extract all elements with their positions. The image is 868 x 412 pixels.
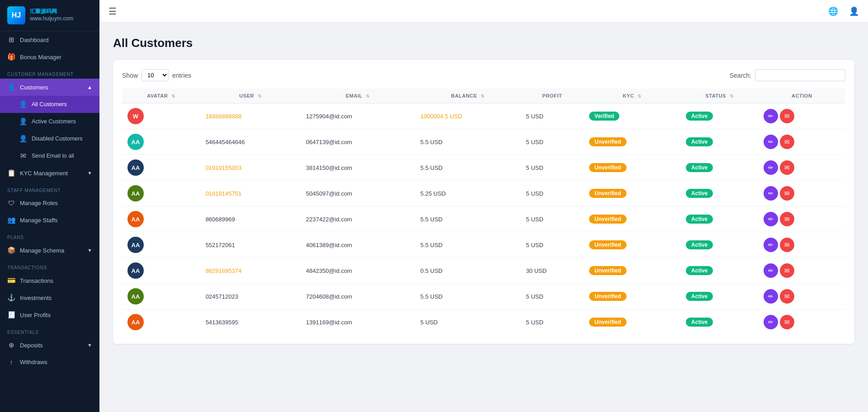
sort-icon[interactable]: ⇅	[637, 94, 642, 98]
status-badge: Active	[686, 240, 713, 249]
edit-button[interactable]: ✏	[764, 186, 778, 201]
cell-action: ✏✉	[758, 129, 845, 155]
edit-button[interactable]: ✏	[764, 263, 778, 278]
edit-button[interactable]: ✏	[764, 289, 778, 304]
cell-action: ✏✉	[758, 206, 845, 232]
search-label: Search:	[730, 72, 751, 79]
sidebar-subitem-send-email[interactable]: ✉ Send Email to all	[0, 147, 99, 164]
bonus-icon: 🎁	[7, 53, 15, 61]
cell-email: 4842350@id.com	[301, 258, 415, 284]
cell-avatar: AA	[122, 232, 200, 258]
sort-icon[interactable]: ⇅	[481, 94, 485, 98]
cell-action: ✏✉	[758, 309, 845, 335]
cell-email: 4061389@id.com	[301, 232, 415, 258]
sidebar-item-manage-staffs[interactable]: 👥 Manage Staffs	[0, 211, 99, 229]
table-row: AA018181457515045097@id.com5.25 USD5 USD…	[122, 181, 845, 206]
email-button[interactable]: ✉	[780, 263, 794, 278]
cell-balance: 5.5 USD	[415, 129, 521, 155]
status-badge: Active	[686, 318, 713, 327]
sidebar-item-withdraws[interactable]: ↑ Withdraws	[0, 354, 99, 370]
sidebar-item-investments[interactable]: ⚓ Investments	[0, 289, 99, 306]
cell-status: Active	[680, 258, 758, 284]
kyc-badge: Unverified	[589, 240, 627, 249]
col-kyc: KYC ⇅	[584, 89, 680, 103]
cell-user: 5413639595	[200, 309, 301, 335]
sidebar-item-transactions[interactable]: 💳 Transactions	[0, 272, 99, 289]
email-button[interactable]: ✉	[780, 289, 794, 304]
edit-button[interactable]: ✏	[764, 135, 778, 149]
cell-profit: 5 USD	[521, 284, 584, 309]
sidebar-item-label: Send Email to all	[32, 153, 74, 159]
table-row: AA019191550033814150@id.com5.5 USD5 USDU…	[122, 155, 845, 181]
cell-balance: 5.5 USD	[415, 284, 521, 309]
table-body: W188888888881275904@id.com1000004.5 USD5…	[122, 103, 845, 335]
user-link[interactable]: 01919155003	[206, 164, 242, 171]
cell-profit: 5 USD	[521, 103, 584, 129]
manage-staffs-icon: 👥	[7, 216, 15, 224]
cell-email: 7204608@id.com	[301, 284, 415, 309]
cell-profit: 5 USD	[521, 155, 584, 181]
table-header: AVATAR ⇅ USER ⇅ EMAIL ⇅ BALANCE ⇅ PROFIT…	[122, 89, 845, 103]
cell-kyc: Unverified	[584, 155, 680, 181]
sidebar-item-bonus-manager[interactable]: 🎁 Bonus Manager	[0, 48, 99, 66]
sort-icon[interactable]: ⇅	[171, 94, 175, 98]
col-email: EMAIL ⇅	[301, 89, 415, 103]
email-button[interactable]: ✉	[780, 186, 794, 201]
user-link[interactable]: 88291895374	[206, 267, 242, 274]
sidebar-subitem-disabled-customers[interactable]: 👤 Disabled Customers	[0, 130, 99, 147]
avatar: AA	[127, 237, 144, 253]
cell-profit: 5 USD	[521, 309, 584, 335]
cell-avatar: AA	[122, 129, 200, 155]
email-button[interactable]: ✉	[780, 212, 794, 226]
edit-button[interactable]: ✏	[764, 212, 778, 226]
sidebar-subitem-active-customers[interactable]: 👤 Active Customers	[0, 113, 99, 130]
sort-icon[interactable]: ⇅	[730, 94, 734, 98]
email-button[interactable]: ✉	[780, 238, 794, 252]
cell-status: Active	[680, 284, 758, 309]
sidebar-item-user-profits[interactable]: 🧾 User Profits	[0, 306, 99, 323]
email-button[interactable]: ✉	[780, 160, 794, 175]
sidebar-item-kyc-management[interactable]: 📋 KYC Management ▼	[0, 164, 99, 182]
cell-kyc: Unverified	[584, 258, 680, 284]
sidebar-item-deposits[interactable]: ⊕ Deposits ▼	[0, 337, 99, 354]
globe-icon[interactable]: 🌐	[828, 6, 838, 16]
cell-status: Active	[680, 309, 758, 335]
edit-button[interactable]: ✏	[764, 315, 778, 329]
user-account-icon[interactable]: 👤	[849, 6, 859, 16]
avatar: AA	[127, 134, 144, 150]
user-link[interactable]: 01818145751	[206, 190, 242, 197]
search-input[interactable]	[755, 69, 845, 81]
balance-link[interactable]: 1000004.5 USD	[420, 113, 462, 120]
page-content: All Customers Show 10 25 50 100 entries …	[99, 23, 868, 412]
disabled-customers-icon: 👤	[19, 135, 27, 143]
sidebar: HJ 汇聚源码网 www.huijuym.com ⊞ Dashboard 🎁 B…	[0, 0, 99, 412]
kyc-badge: Unverified	[589, 266, 627, 275]
col-profit: PROFIT	[521, 89, 584, 103]
edit-button[interactable]: ✏	[764, 160, 778, 175]
sidebar-item-manage-roles[interactable]: 🛡 Manage Roles	[0, 195, 99, 211]
page-title: All Customers	[113, 36, 854, 50]
hamburger-menu[interactable]: ☰	[108, 6, 117, 17]
cell-user: 18888888888	[200, 103, 301, 129]
email-button[interactable]: ✉	[780, 315, 794, 329]
sidebar-item-manage-schema[interactable]: 📦 Manage Schema ▼	[0, 242, 99, 259]
cell-balance: 5.5 USD	[415, 232, 521, 258]
sort-icon[interactable]: ⇅	[258, 94, 262, 98]
sidebar-subitem-all-customers[interactable]: 👤 All Customers	[0, 96, 99, 113]
user-link[interactable]: 18888888888	[206, 113, 242, 120]
withdraws-icon: ↑	[7, 358, 15, 366]
sidebar-item-dashboard[interactable]: ⊞ Dashboard	[0, 31, 99, 48]
sidebar-item-label: KYC Management	[20, 170, 68, 177]
sidebar-item-label: Customers	[20, 84, 48, 91]
email-button[interactable]: ✉	[780, 135, 794, 149]
sidebar-item-customers[interactable]: 👤 Customers ▲	[0, 79, 99, 96]
sort-icon[interactable]: ⇅	[366, 94, 370, 98]
all-customers-icon: 👤	[19, 100, 27, 108]
edit-button[interactable]: ✏	[764, 238, 778, 252]
cell-profit: 5 USD	[521, 129, 584, 155]
edit-button[interactable]: ✏	[764, 109, 778, 123]
email-button[interactable]: ✉	[780, 109, 794, 123]
cell-email: 1275904@id.com	[301, 103, 415, 129]
entries-select[interactable]: 10 25 50 100	[142, 69, 169, 81]
status-badge: Active	[686, 215, 713, 224]
